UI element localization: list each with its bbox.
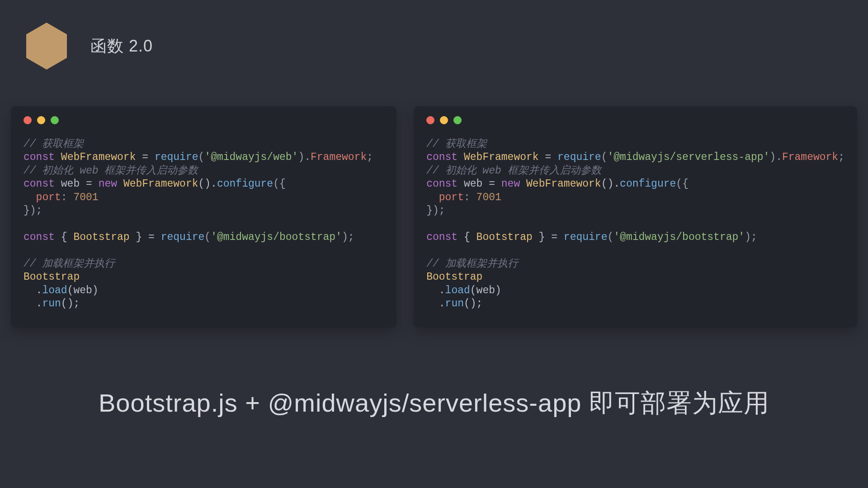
minimize-icon — [440, 116, 448, 124]
code-keyword: const — [426, 178, 458, 190]
code-identifier: Bootstrap — [476, 231, 533, 243]
code-call: load — [445, 285, 470, 296]
code-keyword: const — [426, 231, 458, 243]
slide-footer: Bootstrap.js + @midwayjs/serverless-app … — [0, 386, 868, 421]
code-property: port — [24, 192, 61, 203]
code-identifier: WebFramework — [526, 178, 601, 190]
code-call: configure — [620, 178, 676, 190]
slide-title: 函数 2.0 — [90, 35, 153, 57]
code-identifier: Bootstrap — [73, 231, 129, 243]
code-property: port — [426, 192, 464, 203]
code-identifier: WebFramework — [464, 151, 539, 163]
code-call: run — [445, 298, 464, 310]
code-string: '@midwayjs/serverless-app' — [607, 151, 769, 163]
code-comment: // 加载框架并执行 — [426, 258, 518, 270]
zoom-icon — [51, 116, 59, 124]
code-call: require — [557, 151, 601, 163]
svg-marker-0 — [26, 23, 67, 70]
code-keyword: new — [99, 178, 117, 190]
window-traffic-lights — [24, 116, 384, 124]
code-keyword: const — [24, 231, 55, 243]
code-card-left: // 获取框架 const WebFramework = require('@m… — [11, 106, 396, 328]
code-number: 7001 — [476, 192, 501, 203]
code-string: '@midwayjs/bootstrap' — [211, 231, 342, 243]
code-call: require — [564, 231, 608, 243]
code-keyword: const — [24, 178, 55, 190]
zoom-icon — [453, 116, 462, 124]
code-property: Framework — [782, 151, 838, 163]
code-comment: // 初始化 web 框架并传入启动参数 — [24, 165, 198, 177]
hexagon-icon — [26, 23, 67, 70]
code-comment: // 加载框架并执行 — [24, 258, 115, 270]
code-call: load — [42, 285, 67, 296]
code-call: require — [155, 151, 198, 163]
code-cards: // 获取框架 const WebFramework = require('@m… — [11, 106, 857, 328]
slide-header: 函数 2.0 — [26, 23, 153, 70]
code-block-right: // 获取框架 const WebFramework = require('@m… — [426, 138, 844, 311]
code-string: '@midwayjs/bootstrap' — [613, 231, 745, 243]
code-identifier: Bootstrap — [24, 271, 80, 283]
code-comment: // 获取框架 — [426, 138, 486, 150]
code-call: configure — [217, 178, 273, 190]
code-string: '@midwayjs/web' — [204, 151, 298, 163]
close-icon — [24, 116, 32, 124]
code-property: Framework — [311, 151, 367, 163]
code-identifier: Bootstrap — [426, 271, 482, 283]
window-traffic-lights — [426, 116, 844, 124]
minimize-icon — [37, 116, 45, 124]
code-number: 7001 — [73, 192, 98, 203]
footer-caption: Bootstrap.js + @midwayjs/serverless-app … — [0, 386, 868, 421]
code-card-right: // 获取框架 const WebFramework = require('@m… — [414, 106, 857, 328]
code-keyword: const — [24, 151, 55, 163]
code-identifier: WebFramework — [123, 178, 198, 190]
code-keyword: new — [501, 178, 520, 190]
code-call: require — [161, 231, 205, 243]
code-comment: // 获取框架 — [24, 138, 84, 150]
code-call: run — [42, 298, 61, 310]
close-icon — [426, 116, 434, 124]
slide: 函数 2.0 // 获取框架 const WebFramework = requ… — [0, 0, 868, 488]
code-comment: // 初始化 web 框架并传入启动参数 — [426, 165, 601, 177]
code-block-left: // 获取框架 const WebFramework = require('@m… — [24, 138, 384, 311]
code-keyword: const — [426, 151, 458, 163]
code-identifier: WebFramework — [61, 151, 136, 163]
